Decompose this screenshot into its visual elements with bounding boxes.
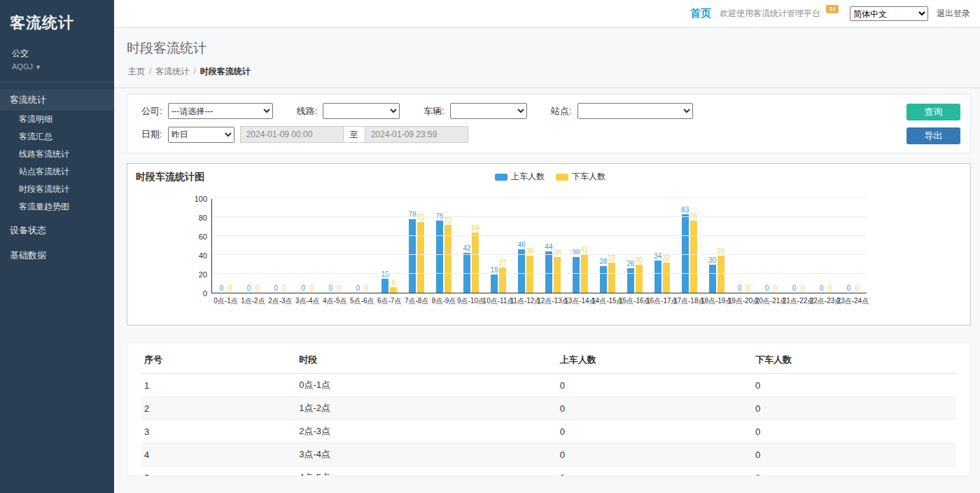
bar-series-0[interactable]: 76 xyxy=(436,221,443,293)
bar-wrap: 83 xyxy=(682,199,689,293)
table-body: 10点-1点0021点-2点0032点-3点0043点-4点0054点-5点00… xyxy=(141,374,956,477)
sidebar-item-0-2[interactable]: 线路客流统计 xyxy=(0,146,114,163)
company-select[interactable]: ---请选择--- xyxy=(168,103,273,119)
bar-value-label: 0 xyxy=(774,284,778,292)
bar-wrap: 0 xyxy=(826,199,833,293)
result-table: 序号时段上车人数下车人数 10点-1点0021点-2点0032点-3点0043点… xyxy=(141,345,956,476)
bar-series-0[interactable]: 34 xyxy=(654,261,662,293)
date-preset-select[interactable]: 昨日 xyxy=(168,127,234,143)
sidebar-item-0-3[interactable]: 站点客流统计 xyxy=(0,163,114,181)
bar-wrap: 32 xyxy=(663,199,670,293)
x-axis-tick-label: 0点-1点 xyxy=(214,296,237,306)
bar-series-0[interactable]: 26 xyxy=(627,268,634,293)
x-axis-tick-label: 8点-9点 xyxy=(432,296,456,306)
bar-series-1[interactable]: 27 xyxy=(499,268,506,293)
breadcrumb-item-1[interactable]: 客流统计 xyxy=(155,67,189,76)
sidebar-section-2[interactable]: 基础数据 xyxy=(0,245,114,266)
bar-value-label: 6 xyxy=(391,279,396,286)
bar-wrap: 46 xyxy=(518,199,525,293)
bar-wrap: 75 xyxy=(417,199,424,293)
bar-series-1[interactable]: 32 xyxy=(663,263,670,293)
table-header-0: 序号 xyxy=(141,345,296,374)
chart-category-7: 78757点-8点 xyxy=(403,199,430,293)
x-axis-tick-label: 9点-10点 xyxy=(457,296,485,306)
legend-item-0[interactable]: 上车人数 xyxy=(495,171,545,183)
page-title: 时段客流统计 xyxy=(127,39,967,57)
breadcrumb-item-0[interactable]: 主页 xyxy=(128,67,145,76)
sidebar-item-0-4[interactable]: 时段客流统计 xyxy=(0,181,114,198)
bar-value-label: 75 xyxy=(417,214,425,221)
bar-wrap: 0 xyxy=(845,199,852,293)
bar-series-1[interactable]: 32 xyxy=(608,263,615,293)
sidebar-section-0[interactable]: 客流统计 xyxy=(0,90,114,111)
chart-scroll-area[interactable]: 时段车流统计图 上车人数下车人数 000点-1点001点-2点002点-3点00… xyxy=(127,164,970,325)
bar-series-0[interactable]: 78 xyxy=(409,219,416,293)
bar-series-0[interactable]: 19 xyxy=(491,275,498,293)
line-label: 线路: xyxy=(297,105,318,118)
bar-series-0[interactable]: 28 xyxy=(600,266,607,293)
gridline xyxy=(212,273,867,274)
bar-series-1[interactable]: 64 xyxy=(472,232,479,293)
bar-value-label: 0 xyxy=(310,284,314,292)
bar-series-1[interactable]: 6 xyxy=(390,287,397,293)
bar-value-label: 15 xyxy=(382,270,389,278)
bar-series-1[interactable]: 75 xyxy=(417,222,424,293)
bar-wrap: 0 xyxy=(253,199,260,293)
bar-value-label: 0 xyxy=(364,284,368,292)
notification-badge[interactable]: 34 xyxy=(826,5,839,13)
date-start-input[interactable] xyxy=(240,126,344,143)
bar-wrap: 32 xyxy=(608,199,615,293)
bar-series-0[interactable]: 44 xyxy=(545,251,552,293)
bar-series-1[interactable]: 38 xyxy=(554,257,561,293)
language-select[interactable]: 简体中文 xyxy=(850,6,928,21)
bar-series-1[interactable]: 39 xyxy=(718,256,724,293)
x-axis-tick-label: 4点-5点 xyxy=(323,296,346,306)
line-select[interactable] xyxy=(323,103,400,119)
bar-value-label: 41 xyxy=(580,246,588,254)
export-button[interactable]: 导出 xyxy=(906,127,960,144)
bar-wrap: 0 xyxy=(745,199,752,293)
table-row: 32点-3点00 xyxy=(141,420,956,443)
sidebar-item-0-0[interactable]: 客流明细 xyxy=(0,111,114,128)
bar-series-0[interactable]: 15 xyxy=(382,279,388,293)
table-cell-3-1: 3点-4点 xyxy=(296,443,556,466)
date-end-input[interactable] xyxy=(365,126,468,143)
sidebar-item-0-5[interactable]: 客流量趋势图 xyxy=(0,198,114,216)
station-select[interactable] xyxy=(578,103,693,119)
bar-series-0[interactable]: 38 xyxy=(573,257,580,293)
bar-series-0[interactable]: 30 xyxy=(709,265,716,293)
sub-org-toggle[interactable]: AQGJ▼ xyxy=(0,61,114,78)
bar-value-label: 30 xyxy=(708,256,716,264)
bar-series-0[interactable]: 83 xyxy=(682,214,689,293)
legend-item-1[interactable]: 下车人数 xyxy=(556,171,606,183)
bar-wrap: 30 xyxy=(709,199,716,293)
bar-wrap: 0 xyxy=(272,199,279,293)
table-cell-0-3: 0 xyxy=(752,374,956,397)
bar-series-0[interactable]: 46 xyxy=(518,249,525,293)
org-name: 公交 xyxy=(0,41,114,61)
bar-value-label: 0 xyxy=(302,284,306,292)
vehicle-select[interactable] xyxy=(450,103,527,119)
query-button[interactable]: 查询 xyxy=(906,104,960,120)
logout-link[interactable]: 退出登录 xyxy=(937,8,970,20)
bar-wrap: 64 xyxy=(472,199,479,293)
legend-swatch-icon xyxy=(495,174,507,181)
chart-bars: 000点-1点001点-2点002点-3点003点-4点004点-5点005点-… xyxy=(212,199,867,293)
bar-wrap: 28 xyxy=(600,199,607,293)
y-axis-tick-label: 40 xyxy=(182,251,207,260)
bar-series-1[interactable]: 30 xyxy=(636,265,643,293)
app-title: 客流统计 xyxy=(0,0,114,41)
sidebar-item-0-1[interactable]: 客流汇总 xyxy=(0,128,114,146)
bar-wrap: 42 xyxy=(463,199,470,293)
bar-series-1[interactable]: 76 xyxy=(690,221,697,293)
table-row: 10点-1点00 xyxy=(141,374,956,397)
home-link[interactable]: 首页 xyxy=(690,7,711,20)
sidebar-section-1[interactable]: 设备状态 xyxy=(0,220,114,241)
table-cell-1-3: 0 xyxy=(752,397,956,420)
table-row: 43点-4点00 xyxy=(141,443,956,466)
chart-legend: 上车人数下车人数 xyxy=(495,171,606,183)
bar-wrap: 30 xyxy=(636,199,643,293)
bar-series-1[interactable]: 39 xyxy=(526,256,533,293)
bar-value-label: 0 xyxy=(801,284,805,292)
y-axis-tick-label: 60 xyxy=(182,232,207,241)
